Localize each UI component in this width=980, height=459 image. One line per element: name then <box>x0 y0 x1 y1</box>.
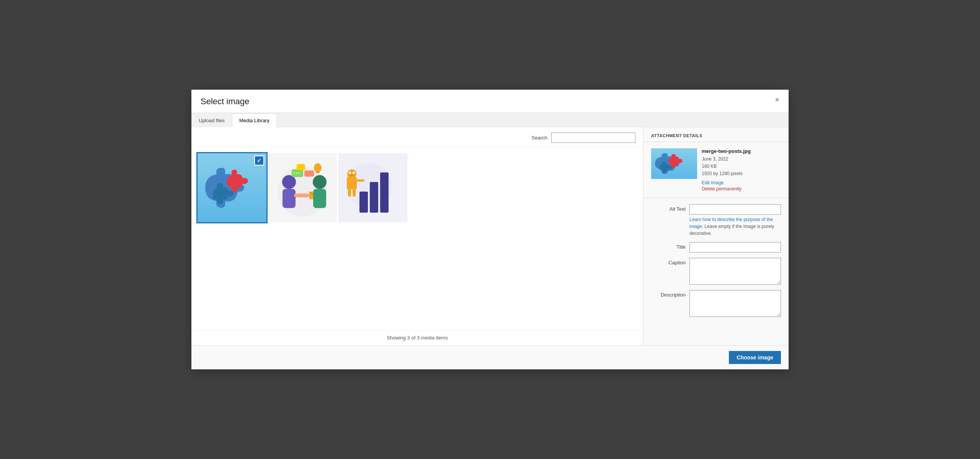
close-button[interactable]: × <box>773 96 781 103</box>
svg-rect-13 <box>316 172 319 173</box>
svg-rect-5 <box>294 193 309 197</box>
alt-text-input[interactable] <box>689 204 781 215</box>
attachment-filename: merge-two-posts.jpg <box>702 148 781 154</box>
svg-point-24 <box>349 172 351 174</box>
title-row: Title <box>651 242 781 252</box>
description-row: Description <box>651 290 781 317</box>
alt-text-col: Learn how to describe the purpose of the… <box>689 204 781 237</box>
title-label: Title <box>651 242 686 250</box>
svg-rect-19 <box>359 192 368 213</box>
alt-text-label: Alt Text <box>651 204 686 212</box>
svg-rect-11 <box>304 170 314 177</box>
media-footer: Showing 3 of 3 media items <box>191 330 643 345</box>
svg-point-15 <box>296 172 297 174</box>
svg-point-23 <box>347 169 356 179</box>
tab-upload[interactable]: Upload files <box>191 113 232 127</box>
svg-rect-22 <box>347 177 357 189</box>
svg-rect-21 <box>380 172 389 213</box>
caption-label: Caption <box>651 258 686 266</box>
svg-rect-27 <box>357 179 364 182</box>
svg-point-12 <box>314 163 322 172</box>
attachment-details-title: ATTACHMENT DETAILS <box>644 127 789 142</box>
delete-image-link[interactable]: Delete permanently <box>702 186 781 192</box>
svg-point-16 <box>298 172 300 174</box>
svg-rect-4 <box>283 189 296 208</box>
search-input[interactable] <box>551 133 635 143</box>
modal-overlay: Select image × Upload files Media Librar… <box>0 0 980 459</box>
attachment-date: June 3, 2022 <box>702 156 781 163</box>
attachment-details-text: merge-two-posts.jpg June 3, 2022 160 KB … <box>702 148 781 192</box>
select-image-modal: Select image × Upload files Media Librar… <box>191 90 789 369</box>
modal-header: Select image × <box>191 90 789 113</box>
alt-text-help: Learn how to describe the purpose of the… <box>689 216 781 237</box>
modal-title: Select image <box>201 97 249 113</box>
media-item[interactable]: ✓ <box>198 153 266 222</box>
svg-point-25 <box>353 172 355 174</box>
svg-point-14 <box>294 172 295 174</box>
svg-rect-28 <box>348 189 351 197</box>
attachment-actions: Edit Image Delete permanently <box>702 180 781 192</box>
svg-rect-29 <box>353 189 356 197</box>
attachment-info: merge-two-posts.jpg June 3, 2022 160 KB … <box>644 142 789 198</box>
svg-rect-26 <box>349 175 354 176</box>
title-input[interactable] <box>689 242 781 252</box>
attachment-thumbnail <box>651 148 697 179</box>
attachment-sidebar: ATTACHMENT DETAILS <box>643 127 789 345</box>
media-item[interactable] <box>268 153 337 222</box>
svg-point-7 <box>313 175 327 189</box>
modal-footer: Choose image <box>191 345 789 369</box>
caption-textarea[interactable] <box>689 258 781 285</box>
edit-image-link[interactable]: Edit Image <box>702 180 781 185</box>
svg-point-3 <box>282 175 296 189</box>
search-label: Search <box>532 135 547 141</box>
caption-row: Caption <box>651 258 781 285</box>
tabs-bar: Upload files Media Library <box>191 113 789 127</box>
choose-image-button[interactable]: Choose image <box>729 351 781 364</box>
selected-check: ✓ <box>254 156 264 166</box>
svg-rect-10 <box>297 164 305 170</box>
description-textarea[interactable] <box>689 290 781 317</box>
attachment-form: Alt Text Learn how to describe the purpo… <box>644 198 789 323</box>
tab-library[interactable]: Media Library <box>232 113 277 127</box>
alt-text-row: Alt Text Learn how to describe the purpo… <box>651 204 781 237</box>
media-area: Search <box>191 127 643 345</box>
description-label: Description <box>651 290 686 298</box>
media-grid: ✓ <box>191 147 643 330</box>
attachment-size: 160 KB <box>702 163 781 170</box>
media-count: Showing 3 of 3 media items <box>387 335 448 341</box>
svg-rect-20 <box>370 182 378 213</box>
svg-rect-8 <box>313 189 326 208</box>
search-bar: Search <box>191 127 643 147</box>
modal-body: Search <box>191 127 789 345</box>
media-item[interactable] <box>338 153 407 222</box>
attachment-dimensions: 1920 by 1280 pixels <box>702 170 781 177</box>
